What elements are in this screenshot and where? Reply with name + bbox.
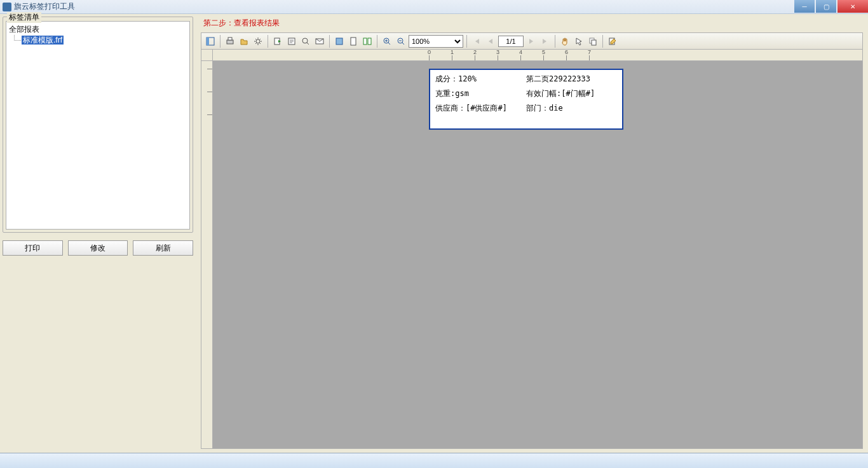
page-width-icon[interactable] [333,35,346,48]
whole-page-icon[interactable] [347,35,360,48]
page-input[interactable] [498,36,524,47]
svg-rect-2 [227,40,233,44]
svg-rect-11 [363,38,367,45]
open-icon[interactable] [238,35,250,48]
export-icon[interactable] [271,35,284,48]
edit-report-icon[interactable] [606,35,619,48]
field-chengfen-value: 120% [458,74,477,83]
close-button[interactable]: ✕ [837,0,868,13]
ruler-vertical [201,61,213,448]
step-label: 第二步：查看报表结果 [203,18,863,29]
field-menfu-value: [#门幅#] [561,89,595,98]
refresh-button[interactable]: 刷新 [133,240,193,256]
label-preview: 成分：120% 第二页229222333 克重:gsm 有效门幅:[#门幅#] … [429,69,623,130]
preview-body: 成分：120% 第二页229222333 克重:gsm 有效门幅:[#门幅#] … [201,61,862,448]
minimize-button[interactable]: ─ [794,0,815,13]
copy-icon[interactable] [587,35,599,48]
edit-button[interactable]: 修改 [68,240,128,256]
button-row: 打印 修改 刷新 [3,240,193,256]
preview-toolbar: 100% [201,33,862,50]
preview-frame: 100% 0 1 [201,32,863,449]
field-supplier-label: 供应商： [435,104,466,113]
first-page-icon[interactable] [470,35,483,48]
print-icon[interactable] [224,35,236,48]
field-page-value: 229222333 [549,74,590,83]
svg-rect-10 [351,38,356,45]
svg-rect-12 [368,38,371,45]
field-menfu-label: 有效门幅: [526,89,561,98]
left-panel: 标签清单 全部报表 标准模版.frf 打印 修改 刷新 [0,14,196,453]
right-panel: 第二步：查看报表结果 100% [196,14,868,453]
tree-root[interactable]: 全部报表 [9,24,187,35]
svg-point-4 [256,39,260,43]
hand-tool-icon[interactable] [559,35,571,48]
field-dept-label: 部门： [526,104,549,113]
report-tree[interactable]: 全部报表 标准模版.frf [6,21,190,230]
settings-icon[interactable] [252,35,264,48]
field-kezhong-value: gsm [455,89,469,98]
svg-rect-3 [228,38,232,40]
ruler-horizontal: 0 1 2 3 4 5 6 7 [201,50,862,61]
window-title: 旗云标签打印工具 [14,1,75,12]
select-tool-icon[interactable] [573,35,585,48]
group-title: 标签清单 [7,12,41,23]
field-supplier-value: [#供应商#] [466,104,507,113]
print-button[interactable]: 打印 [3,240,63,256]
field-dept-value: die [549,104,563,113]
last-page-icon[interactable] [539,35,552,48]
label-list-group: 标签清单 全部报表 标准模版.frf [3,17,193,233]
zoom-out-icon[interactable] [395,35,407,48]
window-controls: ─ ▢ ✕ [793,0,868,13]
taskbar [0,453,868,468]
svg-point-7 [302,38,308,43]
svg-rect-9 [336,38,342,45]
titlebar: 旗云标签打印工具 ─ ▢ ✕ [0,0,868,14]
canvas-area[interactable]: 成分：120% 第二页229222333 克重:gsm 有效门幅:[#门幅#] … [213,61,862,448]
field-page-label: 第二页 [526,74,549,83]
field-chengfen-label: 成分： [435,74,458,83]
app-icon [3,3,11,11]
next-page-icon[interactable] [525,35,538,48]
svg-rect-16 [592,40,596,45]
mail-icon[interactable] [313,35,326,48]
sidebar-toggle-icon[interactable] [204,35,217,48]
find-icon[interactable] [299,35,312,48]
prev-page-icon[interactable] [484,35,497,48]
workspace: 标签清单 全部报表 标准模版.frf 打印 修改 刷新 第二步：查看报表结果 [0,14,868,453]
tree-item-template[interactable]: 标准模版.frf [22,35,187,46]
two-page-icon[interactable] [361,35,374,48]
svg-rect-1 [207,38,209,45]
export-doc-icon[interactable] [285,35,298,48]
zoom-select[interactable]: 100% [409,35,463,48]
field-kezhong-label: 克重: [435,89,455,98]
maximize-button[interactable]: ▢ [816,0,836,13]
zoom-in-icon[interactable] [381,35,393,48]
